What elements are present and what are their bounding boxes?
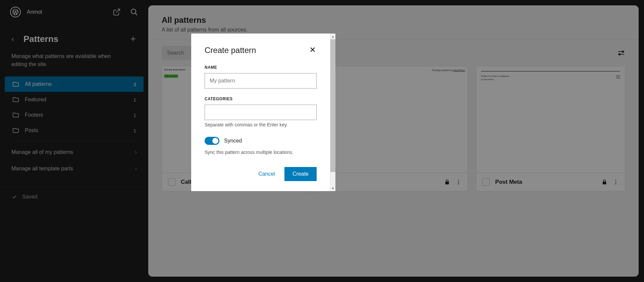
categories-hint: Separate with commas or the Enter key. [205, 122, 317, 127]
close-icon[interactable] [309, 46, 317, 54]
create-button[interactable]: Create [284, 167, 317, 181]
name-input[interactable] [205, 73, 317, 89]
synced-hint: Sync this pattern across multiple locati… [205, 150, 317, 155]
categories-input[interactable] [205, 105, 317, 120]
modal-scrollbar[interactable]: ▲ ▼ [330, 34, 335, 191]
cancel-button[interactable]: Cancel [252, 167, 281, 181]
modal-title: Create pattern [205, 46, 256, 55]
scrollbar-thumb[interactable] [330, 39, 335, 172]
scroll-up-icon[interactable]: ▲ [330, 34, 335, 39]
create-pattern-modal: Create pattern NAME CATEGORIES Separate … [191, 34, 335, 191]
categories-label: CATEGORIES [205, 97, 317, 101]
scroll-down-icon[interactable]: ▼ [330, 185, 335, 191]
name-label: NAME [205, 65, 317, 70]
synced-label: Synced [224, 138, 242, 144]
synced-toggle-row: Synced [205, 137, 317, 145]
synced-toggle[interactable] [205, 137, 219, 145]
